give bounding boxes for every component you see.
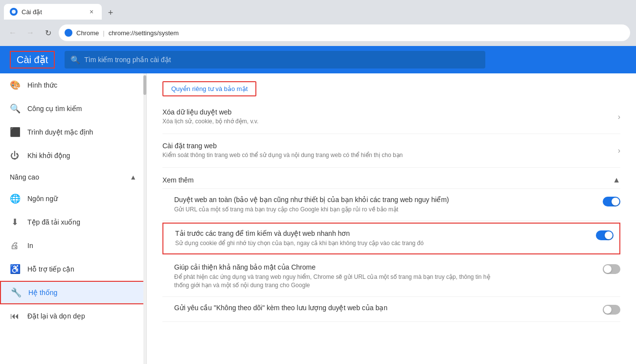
tab-favicon [10,8,18,16]
toggle-giup-cai-thien-knob [604,265,612,273]
active-tab[interactable]: Cài đặt × [4,4,102,20]
system-icon: 🔧 [11,287,21,298]
row-cai-dat-trang-web-subtitle: Kiểm soát thông tin trang web có thể sử … [162,151,618,159]
address-bar: ← → ↻ Chrome | chrome://settings/system [0,20,636,46]
toggle-tai-truoc-text: Tải trước các trang để tìm kiếm và duyệt… [175,229,588,248]
toggle-duyet-web-an-toan-text: Duyệt web an toàn (bảo vệ bạn cũng như t… [174,196,595,214]
sidebar-label-he-thong: Hệ thống [28,289,57,296]
row-xoa-du-lieu-title: Xóa dữ liệu duyệt web [162,108,618,116]
row-xoa-du-lieu-text: Xóa dữ liệu duyệt web Xóa lịch sử, cooki… [162,108,618,126]
sidebar-item-dat-lai-va-don-dep[interactable]: ⏮ Đặt lại và dọn dẹp [0,304,146,328]
sidebar: 🎨 Hình thức 🔍 Công cụ tìm kiếm ⬛ Trình d… [0,73,147,364]
row-cai-dat-trang-web-title: Cài đặt trang web [162,142,618,150]
xem-them-chevron-icon: ▲ [613,176,620,184]
breadcrumb-bar: Quyền riêng tư và bảo mật [147,73,636,100]
sidebar-item-hinh-thuc[interactable]: 🎨 Hình thức [0,73,146,97]
advanced-chevron-icon: ▲ [130,173,136,181]
toggle-tai-truoc-subtitle: Sử dụng cookie để ghi nhớ tùy chọn của b… [175,239,493,248]
toggle-gui-yeu-cau-title: Gửi yêu cầu "Không theo dõi" kèm theo lư… [174,304,595,312]
new-tab-button[interactable]: + [104,6,117,20]
cai-dat-trang-web-arrow-icon: › [618,146,620,155]
sidebar-item-cong-cu-tim-kiem[interactable]: 🔍 Công cụ tìm kiếm [0,97,146,120]
palette-icon: 🎨 [10,80,20,91]
advanced-label: Nâng cao [10,173,39,181]
toggle-giup-cai-thien-subtitle: Để phát hiện các ứng dụng và trang web n… [174,273,492,290]
scroll-thumb[interactable] [143,75,146,95]
content-area: Quyền riêng tư và bảo mật Xóa dữ liệu du… [147,73,636,364]
row-xoa-du-lieu-subtitle: Xóa lịch sử, cookie, bộ nhớ đệm, v.v. [162,117,618,126]
settings-header: Cài đặt 🔍 Tìm kiếm trong phần cài đặt [0,46,636,73]
url-path: chrome://settings/system [109,29,179,37]
accessibility-icon: ♿ [10,264,20,274]
url-bar[interactable]: Chrome | chrome://settings/system [59,24,630,41]
search-bar[interactable]: 🔍 Tìm kiếm trong phần cài đặt [65,51,485,68]
sidebar-item-he-thong[interactable]: 🔧 Hệ thống [0,281,146,304]
back-button[interactable]: ← [6,26,20,40]
sidebar-label-ngon-ngu: Ngôn ngữ [27,195,58,203]
toggle-giup-cai-thien-text: Giúp cải thiện khả năng bảo mật của Chro… [174,263,595,290]
sidebar-item-tep-da-tai-xuong[interactable]: ⬇ Tệp đã tải xuống [0,210,146,234]
settings-list: Xóa dữ liệu duyệt web Xóa lịch sử, cooki… [147,100,636,322]
tab-close-button[interactable]: × [87,7,96,16]
toggle-tai-truoc: Tải trước các trang để tìm kiếm và duyệt… [162,223,620,254]
print-icon: 🖨 [10,241,20,251]
tab-bar: Cài đặt × + [0,0,636,20]
startup-icon: ⏻ [10,151,20,161]
section-xem-them[interactable]: Xem thêm ▲ [162,168,620,189]
browser-icon: ⬛ [10,127,20,137]
section-xem-them-title: Xem thêm [162,176,613,184]
toggle-tai-truoc-knob [605,231,613,239]
tab-title: Cài đặt [22,8,83,16]
sidebar-label-trinh-duyet-mac-dinh: Trình duyệt mặc định [27,128,93,136]
sidebar-label-khi-khoi-dong: Khi khởi động [27,152,70,159]
toggle-duyet-web-an-toan: Duyệt web an toàn (bảo vệ bạn cũng như t… [162,189,620,221]
toggle-giup-cai-thien-title: Giúp cải thiện khả năng bảo mật của Chro… [174,263,595,271]
toggle-tai-truoc-title: Tải trước các trang để tìm kiếm và duyệt… [175,229,588,237]
sidebar-item-trinh-duyet-mac-dinh[interactable]: ⬛ Trình duyệt mặc định [0,120,146,144]
settings-body: 🎨 Hình thức 🔍 Công cụ tìm kiếm ⬛ Trình d… [0,73,636,364]
download-icon: ⬇ [10,217,20,228]
toggle-gui-yeu-cau-knob [604,306,612,314]
toggle-gui-yeu-cau-text: Gửi yêu cầu "Không theo dõi" kèm theo lư… [174,304,595,314]
browser-chrome: Cài đặt × + ← → ↻ Chrome | chrome://sett… [0,0,636,46]
refresh-button[interactable]: ↻ [41,26,55,40]
toggle-giup-cai-thien-switch[interactable] [603,264,620,274]
svg-point-0 [12,10,16,14]
toggle-tai-truoc-switch[interactable] [596,230,613,240]
search-input[interactable]: Tìm kiếm trong phần cài đặt [84,56,171,64]
row-cai-dat-trang-web-text: Cài đặt trang web Kiểm soát thông tin tr… [162,142,618,159]
sidebar-label-tep-da-tai-xuong: Tệp đã tải xuống [27,218,80,226]
reset-icon: ⏮ [10,311,20,321]
search-nav-icon: 🔍 [10,103,20,114]
language-icon: 🌐 [10,193,20,204]
sidebar-item-ngon-ngu[interactable]: 🌐 Ngôn ngữ [0,187,146,210]
sidebar-label-in: In [27,242,33,250]
sidebar-label-hinh-thuc: Hình thức [27,81,57,89]
sidebar-label-dat-lai-va-don-dep: Đặt lại và dọn dẹp [27,312,85,320]
toggle-duyet-web-an-toan-knob [612,198,619,205]
settings-container: Cài đặt 🔍 Tìm kiếm trong phần cài đặt 🎨 … [0,46,636,364]
toggle-gui-yeu-cau-switch[interactable] [603,305,620,315]
sidebar-label-ho-tro-tiep-can: Hỗ trợ tiếp cận [27,265,74,273]
sidebar-item-in[interactable]: 🖨 In [0,234,146,257]
toggle-duyet-web-an-toan-switch[interactable] [603,197,620,206]
sidebar-label-cong-cu-tim-kiem: Công cụ tìm kiếm [27,105,82,113]
url-favicon [65,29,72,37]
scroll-indicator [143,73,146,364]
url-separator: | [103,29,104,37]
search-icon: 🔍 [70,55,80,65]
toggle-duyet-web-an-toan-title: Duyệt web an toàn (bảo vệ bạn cũng như t… [174,196,595,204]
toggle-gui-yeu-cau: Gửi yêu cầu "Không theo dõi" kèm theo lư… [162,297,620,322]
sidebar-item-khi-khoi-dong[interactable]: ⏻ Khi khởi động [0,144,146,167]
toggle-giup-cai-thien: Giúp cải thiện khả năng bảo mật của Chro… [162,256,620,297]
row-cai-dat-trang-web[interactable]: Cài đặt trang web Kiểm soát thông tin tr… [162,134,620,168]
sidebar-item-ho-tro-tiep-can[interactable]: ♿ Hỗ trợ tiếp cận [0,257,146,281]
breadcrumb-privacy[interactable]: Quyền riêng tư và bảo mật [162,81,256,96]
forward-button[interactable]: → [23,26,37,40]
toggle-duyet-web-an-toan-subtitle: Gửi URL của một số trang mà bạn truy cập… [174,205,492,214]
advanced-section-header[interactable]: Nâng cao ▲ [0,167,146,187]
row-xoa-du-lieu[interactable]: Xóa dữ liệu duyệt web Xóa lịch sử, cooki… [162,100,620,134]
settings-title: Cài đặt [10,51,55,68]
url-chrome-label: Chrome [76,29,99,37]
xoa-du-lieu-arrow-icon: › [618,113,620,121]
